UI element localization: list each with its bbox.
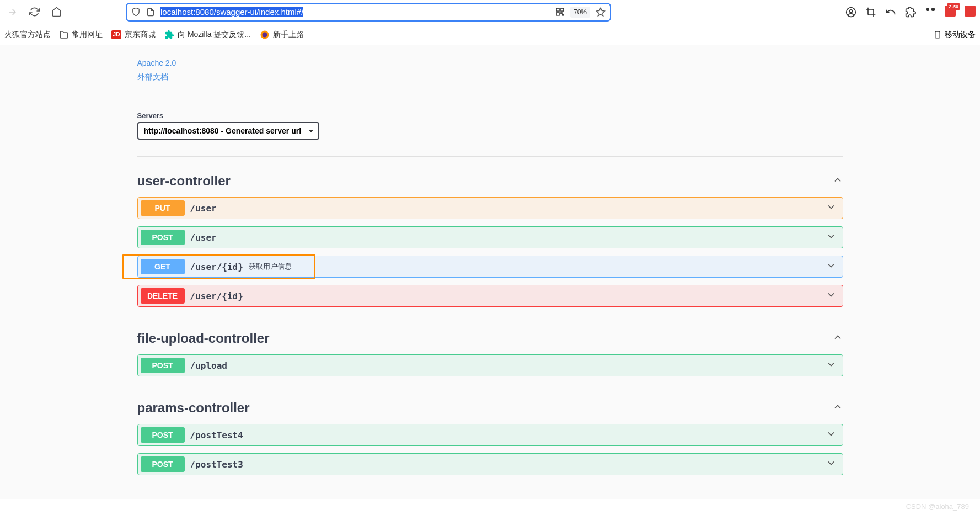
tag-name: user-controller — [137, 173, 231, 189]
operation-path: /upload — [190, 360, 227, 371]
method-badge: PUT — [141, 200, 185, 216]
chevron-down-icon — [826, 458, 837, 471]
tag-name: params-controller — [137, 400, 250, 416]
external-docs-link[interactable]: 外部文档 — [137, 70, 843, 84]
method-badge: POST — [141, 358, 185, 373]
license-link[interactable]: Apache 2.0 — [137, 56, 843, 70]
svg-rect-0 — [556, 8, 559, 11]
page-icon — [146, 8, 155, 17]
home-button[interactable] — [49, 4, 64, 20]
svg-rect-11 — [965, 6, 976, 17]
bookmark-star-icon[interactable] — [596, 7, 606, 17]
chevron-down-icon — [826, 260, 837, 273]
servers-label: Servers — [137, 112, 843, 120]
bookmark-common[interactable]: 常用网址 — [60, 30, 103, 40]
info-section: Apache 2.0 外部文档 — [137, 51, 843, 100]
method-badge: POST — [141, 427, 185, 443]
operation-post-1[interactable]: POST/user — [137, 226, 843, 248]
servers-section: Servers http://localhost:8080 - Generate… — [137, 100, 843, 157]
ext-icon-1[interactable] — [925, 6, 936, 19]
svg-point-13 — [263, 32, 267, 37]
tag-header[interactable]: file-upload-controller — [137, 325, 843, 354]
svg-rect-3 — [561, 13, 562, 14]
operation-path: /user — [190, 203, 217, 214]
svg-rect-1 — [561, 8, 564, 11]
server-select[interactable]: http://localhost:8080 - Generated server… — [137, 122, 319, 140]
svg-marker-5 — [597, 8, 605, 15]
operation-post-0[interactable]: POST/upload — [137, 354, 843, 376]
svg-rect-9 — [931, 8, 935, 11]
chevron-up-icon — [832, 174, 843, 188]
bookmark-newbie[interactable]: 新手上路 — [260, 30, 304, 40]
tag-section-params-controller: params-controllerPOST/postTest4POST/post… — [137, 384, 843, 475]
bookmark-jd[interactable]: JD 京东商城 — [111, 30, 156, 40]
mobile-icon — [934, 30, 941, 39]
qr-icon[interactable] — [555, 7, 565, 17]
tag-section-user-controller: user-controllerPUT/userPOST/userGET/user… — [137, 157, 843, 307]
ext-icon-3[interactable] — [965, 6, 976, 19]
forward-button[interactable] — [4, 4, 20, 20]
operation-path: /user — [190, 232, 217, 243]
bookmark-mobile[interactable]: 移动设备 — [934, 30, 976, 40]
operation-post-0[interactable]: POST/postTest4 — [137, 424, 843, 446]
browser-toolbar: localhost:8080/swagger-ui/index.html#/ 7… — [0, 0, 980, 24]
operation-put-0[interactable]: PUT/user — [137, 197, 843, 219]
chevron-down-icon — [826, 231, 837, 244]
undo-icon[interactable] — [885, 7, 896, 18]
bookmark-official[interactable]: 火狐官方站点 — [4, 30, 51, 40]
ext-icon-2[interactable]: 2.50 — [945, 6, 956, 19]
reload-button[interactable] — [26, 4, 42, 20]
toolbar-right: 2.50 — [845, 6, 976, 19]
shield-icon — [131, 7, 141, 17]
method-badge: GET — [141, 259, 185, 274]
operation-path: /user/{id} — [190, 291, 243, 301]
operation-path: /postTest4 — [190, 430, 243, 440]
url-text: localhost:8080/swagger-ui/index.html#/ — [160, 7, 550, 17]
svg-rect-8 — [926, 8, 929, 11]
address-bar[interactable]: localhost:8080/swagger-ui/index.html#/ 7… — [126, 3, 611, 22]
account-icon[interactable] — [845, 7, 856, 18]
svg-rect-14 — [935, 31, 940, 38]
operation-post-1[interactable]: POST/postTest3 — [137, 453, 843, 475]
operation-path: /user/{id} — [190, 262, 243, 272]
tag-section-file-upload-controller: file-upload-controllerPOST/upload — [137, 314, 843, 376]
method-badge: POST — [141, 456, 185, 472]
operation-get-2[interactable]: GET/user/{id}获取用户信息 — [137, 256, 843, 278]
chevron-down-icon — [826, 359, 837, 372]
method-badge: DELETE — [141, 288, 185, 304]
tag-header[interactable]: user-controller — [137, 168, 843, 197]
svg-rect-4 — [563, 14, 564, 15]
zoom-level[interactable]: 70% — [570, 7, 590, 18]
svg-rect-2 — [556, 13, 559, 15]
swagger-content: Apache 2.0 外部文档 Servers http://localhost… — [137, 45, 843, 499]
folder-icon — [60, 30, 68, 39]
chevron-up-icon — [832, 332, 843, 345]
chevron-down-icon — [826, 201, 837, 215]
operation-delete-3[interactable]: DELETE/user/{id} — [137, 285, 843, 307]
tag-name: file-upload-controller — [137, 331, 270, 346]
operation-summary: 获取用户信息 — [249, 262, 292, 272]
jd-icon: JD — [111, 30, 121, 39]
puzzle-icon — [164, 30, 174, 40]
svg-point-7 — [850, 9, 853, 12]
extensions-icon[interactable] — [905, 7, 916, 18]
tag-header[interactable]: params-controller — [137, 395, 843, 424]
firefox-icon — [260, 30, 270, 40]
operation-path: /postTest3 — [190, 459, 243, 470]
bookmarks-bar: 火狐官方站点 常用网址 JD 京东商城 向 Mozilla 提交反馈... 新手… — [0, 24, 980, 45]
crop-icon[interactable] — [865, 7, 876, 18]
chevron-down-icon — [826, 289, 837, 302]
chevron-down-icon — [826, 428, 837, 442]
chevron-up-icon — [832, 401, 843, 415]
method-badge: POST — [141, 230, 185, 245]
bookmark-mozilla[interactable]: 向 Mozilla 提交反馈... — [164, 30, 251, 40]
